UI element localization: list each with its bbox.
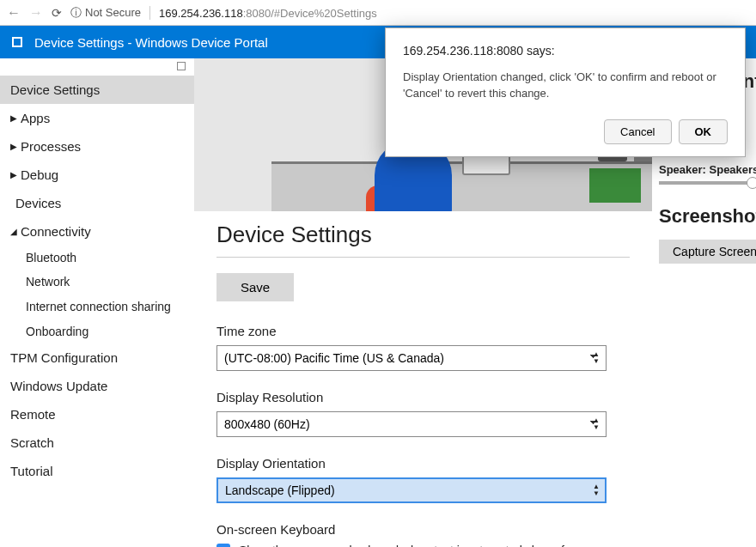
sidebar-item-connectivity[interactable]: Connectivity bbox=[0, 217, 194, 246]
sidebar-collapse-row bbox=[0, 58, 194, 76]
url-host: 169.254.236.118 bbox=[159, 7, 243, 20]
dialog-message: Display Orientation changed, click 'OK' … bbox=[403, 70, 728, 102]
collapse-icon[interactable] bbox=[177, 62, 186, 70]
page-title: Device Settings - Windows Device Portal bbox=[34, 35, 268, 50]
sidebar-item-device-settings[interactable]: Device Settings bbox=[0, 76, 194, 104]
screenshot-title: Screenshot bbox=[659, 205, 756, 228]
orientation-select[interactable]: Landscape (Flipped) bbox=[216, 477, 607, 503]
sidebar-item-tpm[interactable]: TPM Configuration bbox=[0, 343, 194, 372]
sidebar-item-remote[interactable]: Remote bbox=[0, 400, 194, 428]
save-button[interactable]: Save bbox=[216, 273, 294, 301]
sidebar-item-processes[interactable]: Processes bbox=[0, 132, 194, 161]
sidebar-item-scratch[interactable]: Scratch bbox=[0, 428, 194, 457]
url-path: :8080/#Device%20Settings bbox=[243, 7, 377, 20]
osk-checkbox[interactable]: ✓ bbox=[216, 544, 230, 547]
reload-icon[interactable]: ⟳ bbox=[52, 6, 62, 20]
slider-thumb[interactable] bbox=[747, 177, 756, 189]
device-settings-form: Device Settings Save Time zone (UTC-08:0… bbox=[194, 211, 652, 547]
capture-screenshot-button[interactable]: Capture Screensh bbox=[659, 240, 756, 264]
app-icon[interactable] bbox=[12, 37, 22, 47]
speaker-label: Speaker: Speakers bbox=[659, 163, 756, 176]
osk-label: On-screen Keyboard bbox=[216, 522, 630, 537]
cancel-button[interactable]: Cancel bbox=[604, 119, 671, 144]
dialog-origin: 169.254.236.118:8080 says: bbox=[403, 44, 728, 58]
confirm-dialog: 169.254.236.118:8080 says: Display Orien… bbox=[385, 27, 746, 157]
divider bbox=[149, 6, 150, 20]
sidebar-item-apps[interactable]: Apps bbox=[0, 104, 194, 132]
resolution-select[interactable]: 800x480 (60Hz) bbox=[216, 411, 607, 437]
sidebar-item-network[interactable]: Network bbox=[0, 270, 194, 294]
orientation-label: Display Orientation bbox=[216, 456, 630, 471]
sidebar-item-debug[interactable]: Debug bbox=[0, 161, 194, 189]
sidebar-item-ics[interactable]: Internet connection sharing bbox=[0, 294, 194, 319]
not-secure-label: Not Secure bbox=[85, 6, 141, 19]
dialog-buttons: Cancel OK bbox=[403, 119, 728, 144]
sidebar-item-onboarding[interactable]: Onboarding bbox=[0, 319, 194, 343]
timezone-select[interactable]: (UTC-08:00) Pacific Time (US & Canada) bbox=[216, 345, 607, 371]
url[interactable]: 169.254.236.118:8080/#Device%20Settings bbox=[159, 6, 377, 20]
divider bbox=[216, 257, 630, 258]
sidebar-item-bluetooth[interactable]: Bluetooth bbox=[0, 246, 194, 270]
section-title: Device Settings bbox=[216, 222, 630, 248]
resolution-label: Display Resolution bbox=[216, 390, 630, 404]
volume-slider[interactable] bbox=[659, 181, 753, 185]
sidebar-item-devices[interactable]: Devices bbox=[0, 189, 194, 217]
security-indicator[interactable]: ⓘ Not Secure bbox=[70, 5, 141, 21]
back-icon[interactable]: ← bbox=[7, 5, 21, 21]
info-icon: ⓘ bbox=[70, 5, 82, 21]
forward-icon[interactable]: → bbox=[29, 5, 43, 21]
timezone-label: Time zone bbox=[216, 324, 630, 338]
browser-address-bar: ← → ⟳ ⓘ Not Secure 169.254.236.118:8080/… bbox=[0, 0, 756, 26]
sidebar-item-windows-update[interactable]: Windows Update bbox=[0, 372, 194, 400]
ok-button[interactable]: OK bbox=[679, 119, 729, 144]
sidebar: Device Settings Apps Processes Debug Dev… bbox=[0, 58, 194, 547]
osk-checkbox-label: Show the on-screen keyboard when text in… bbox=[239, 544, 590, 547]
osk-checkbox-row: ✓ Show the on-screen keyboard when text … bbox=[216, 544, 630, 547]
sidebar-item-tutorial[interactable]: Tutorial bbox=[0, 457, 194, 485]
